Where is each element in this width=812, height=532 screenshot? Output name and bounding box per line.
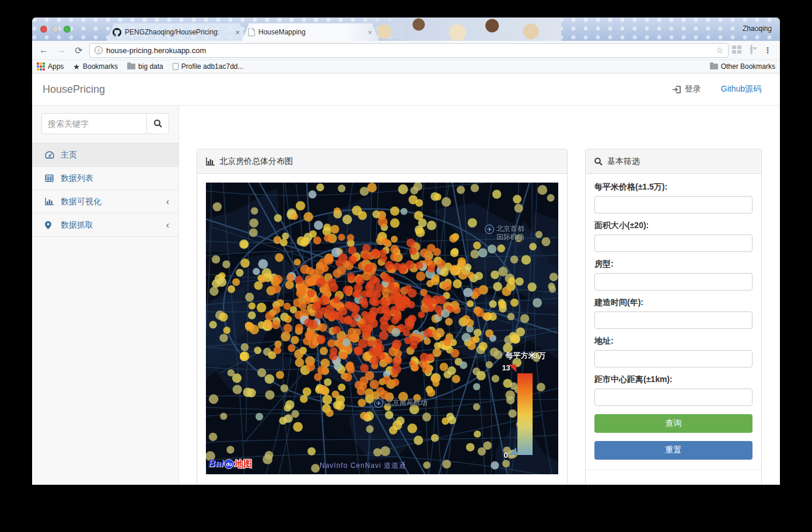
baidu-paw-icon: du xyxy=(224,459,234,469)
map-panel: 北京房价总体分布图 ✈ 北京首都国际机场 ✈ 北京南苑机场 xyxy=(197,149,568,485)
zoom-window-button[interactable] xyxy=(64,26,71,33)
airplane-icon: ✈ xyxy=(374,398,383,408)
login-link[interactable]: 登录 xyxy=(673,84,701,94)
sidebar-item-data-visualization[interactable]: 数据可视化 ‹ xyxy=(32,190,178,214)
sidebar-item-label: 数据列表 xyxy=(61,173,93,184)
distance-field-label: 距市中心距离(±1km): xyxy=(594,374,752,385)
map-panel-title: 北京房价总体分布图 xyxy=(219,156,293,167)
filter-panel: 基本筛选 每平米价格(±1.5万): 面积大小(±20): 房型: 建造时间(年… xyxy=(585,149,762,485)
browser-window: PENGZhaoqing/HousePricing: × HouseMappin… xyxy=(32,18,780,485)
search-button[interactable] xyxy=(146,113,169,134)
folder-icon xyxy=(710,64,718,69)
page-icon xyxy=(173,63,178,70)
search-icon xyxy=(154,120,162,128)
price-input[interactable] xyxy=(594,196,752,214)
map-attribution: NavInfo CenNavi 道道通 xyxy=(320,461,407,471)
table-icon xyxy=(45,174,55,182)
url-text: house-pricing.herokuapp.com xyxy=(106,46,206,55)
site-header: HousePricing 登录 Github源码 xyxy=(32,74,780,105)
url-bar[interactable]: i house-pricing.herokuapp.com ☆ xyxy=(89,43,729,58)
filter-panel-title: 基本筛选 xyxy=(607,156,640,167)
sidebar-item-data-scraping[interactable]: 数据抓取 ‹ xyxy=(32,214,178,237)
map-legend: 每平方米/万 13 0 xyxy=(505,351,545,361)
bookmark-label: big data xyxy=(138,62,163,71)
legend-min-value: 0 xyxy=(503,451,508,460)
chevron-left-icon: ‹ xyxy=(166,197,169,207)
baidu-maps-logo: Bai du 地图 xyxy=(208,458,252,470)
back-icon[interactable]: ← xyxy=(37,45,51,55)
main-area: 北京房价总体分布图 ✈ 北京首都国际机场 ✈ 北京南苑机场 xyxy=(179,106,780,485)
map-marker-icon xyxy=(45,221,55,229)
legend-min-marker xyxy=(509,447,516,455)
browser-menu-icon[interactable]: ⋮ xyxy=(760,46,775,55)
bookmark-label: Apps xyxy=(48,62,64,71)
forward-icon[interactable]: → xyxy=(54,45,68,55)
close-tab-icon[interactable]: × xyxy=(234,28,241,37)
bookmark-label: Profile adb1ac7dd... xyxy=(181,62,244,71)
sign-in-icon xyxy=(673,86,681,93)
sidebar-item-label: 数据可视化 xyxy=(61,197,102,207)
divider xyxy=(586,470,761,470)
address-input[interactable] xyxy=(594,350,752,368)
house-type-field-label: 房型: xyxy=(594,259,752,270)
bar-chart-icon xyxy=(206,158,215,166)
theme-artwork-image xyxy=(345,18,561,41)
other-bookmarks-button[interactable]: Other Bookmarks xyxy=(710,62,775,71)
github-icon xyxy=(113,28,121,37)
filter-panel-header: 基本筛选 xyxy=(586,149,761,174)
bookmark-star-icon[interactable]: ☆ xyxy=(716,46,723,55)
baidu-map[interactable]: ✈ 北京首都国际机场 ✈ 北京南苑机场 每平方米/万 13 xyxy=(206,183,558,474)
apps-grid-icon xyxy=(37,62,45,71)
dashboard-icon xyxy=(45,151,55,159)
bookmarks-bar: Apps ★ Bookmarks big data Profile adb1ac… xyxy=(32,60,780,74)
search-input[interactable] xyxy=(41,113,146,134)
search-icon xyxy=(594,158,603,166)
page-icon xyxy=(248,28,255,36)
legend-max-marker xyxy=(509,365,516,372)
page-content: HousePricing 登录 Github源码 xyxy=(32,74,780,485)
address-field-label: 地址: xyxy=(594,336,752,346)
house-type-input[interactable] xyxy=(594,273,752,290)
tab-title: PENGZhaoqing/HousePricing: xyxy=(125,28,230,36)
window-controls xyxy=(40,26,71,33)
area-field-label: 面积大小(±20): xyxy=(594,220,752,231)
sidebar-item-home[interactable]: 主页 xyxy=(32,144,178,167)
build-year-field-label: 建造时间(年): xyxy=(594,298,752,308)
folder-icon xyxy=(127,64,135,69)
tab-housepricing-github[interactable]: PENGZhaoqing/HousePricing: × xyxy=(107,23,247,41)
extension-shield-icon[interactable] xyxy=(746,46,757,55)
bookmark-apps[interactable]: Apps xyxy=(37,62,64,71)
bookmark-big-data[interactable]: big data xyxy=(127,62,163,71)
login-label: 登录 xyxy=(685,84,701,94)
sidebar: 主页 数据列表 数据可视化 ‹ xyxy=(32,106,179,485)
bookmark-label: Bookmarks xyxy=(83,62,118,71)
close-window-button[interactable] xyxy=(40,26,47,33)
github-source-link[interactable]: Github源码 xyxy=(721,84,761,94)
distance-input[interactable] xyxy=(594,388,752,406)
legend-gradient-bar xyxy=(517,373,533,455)
reset-button[interactable]: 重置 xyxy=(594,441,752,460)
area-input[interactable] xyxy=(594,235,752,252)
bar-chart-icon xyxy=(45,198,55,205)
extension-grid-icon[interactable] xyxy=(732,46,743,55)
legend-title: 每平方米/万 xyxy=(505,351,545,361)
tab-strip: PENGZhaoqing/HousePricing: × HouseMappin… xyxy=(32,18,780,41)
site-info-icon[interactable]: i xyxy=(94,46,103,54)
build-year-input[interactable] xyxy=(594,312,752,329)
query-button[interactable]: 查询 xyxy=(594,414,752,433)
browser-toolbar: ← → ⟳ i house-pricing.herokuapp.com ☆ ⋮ xyxy=(32,41,780,60)
price-field-label: 每平米价格(±1.5万): xyxy=(594,182,752,192)
reload-icon[interactable]: ⟳ xyxy=(72,45,86,56)
sidebar-item-data-list[interactable]: 数据列表 xyxy=(32,167,178,190)
minimize-window-button[interactable] xyxy=(52,26,59,33)
map-label-capital-airport: ✈ 北京首都国际机场 xyxy=(485,225,524,241)
bookmark-bookmarks[interactable]: ★ Bookmarks xyxy=(73,62,118,71)
map-label-nanyuan-airport: ✈ 北京南苑机场 xyxy=(374,398,428,408)
sidebar-item-label: 主页 xyxy=(61,150,77,160)
bookmark-profile[interactable]: Profile adb1ac7dd... xyxy=(173,62,244,71)
site-brand[interactable]: HousePricing xyxy=(43,83,105,96)
browser-profile-name: Zhaoqing xyxy=(743,24,772,33)
chevron-left-icon: ‹ xyxy=(166,220,169,230)
airplane-icon: ✈ xyxy=(485,225,494,234)
sidebar-item-label: 数据抓取 xyxy=(61,220,93,230)
